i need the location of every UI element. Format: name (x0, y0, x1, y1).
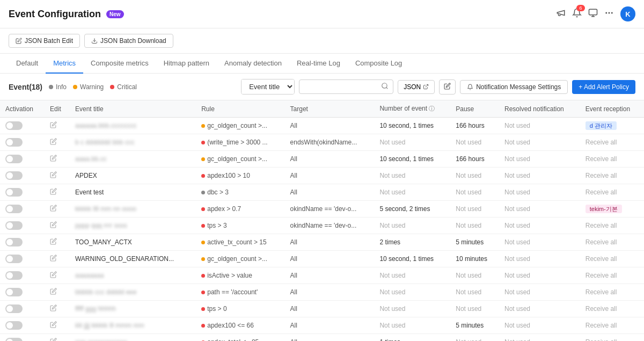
cell-pause: 5 minutes (450, 317, 499, 334)
json-button[interactable]: JSON (398, 80, 435, 94)
tab-metrics[interactable]: Metrics (46, 54, 83, 74)
activation-toggle[interactable] (5, 255, 23, 263)
tab-realtime-log[interactable]: Real-time Log (289, 54, 348, 74)
activation-toggle[interactable] (5, 321, 23, 330)
cell-edit (45, 317, 70, 334)
bell-icon[interactable]: 6 (572, 8, 582, 20)
pause-text: Not used (456, 288, 481, 296)
activation-toggle[interactable] (5, 121, 23, 130)
edit-button[interactable] (50, 305, 57, 313)
cell-pause: Not used (450, 134, 499, 151)
cell-resolved: Not used (499, 301, 580, 317)
edit-button[interactable] (50, 172, 57, 180)
more-icon[interactable] (604, 8, 614, 20)
notification-settings-button[interactable]: Notification Message Settings (460, 80, 568, 94)
cell-activation (0, 317, 45, 334)
col-target: Target (285, 100, 375, 118)
tab-hitmap-pattern[interactable]: Hitmap pattern (156, 54, 217, 74)
resolved-text: Not used (504, 338, 530, 341)
activation-toggle[interactable] (5, 171, 23, 180)
window-icon[interactable] (588, 8, 598, 20)
edit-button[interactable] (50, 188, 57, 197)
activation-toggle[interactable] (5, 271, 23, 280)
num-event-info-icon[interactable]: ⓘ (429, 105, 435, 112)
table-row: bbbbb ccc ddddd eeepath == '/account'All… (0, 284, 644, 301)
rule-text: apdex_total <= 85 (207, 338, 259, 341)
cell-pause: Not used (450, 201, 499, 217)
cell-resolved: Not used (499, 184, 580, 201)
search-icon[interactable] (381, 82, 389, 91)
reception-tag: d 관리자 (586, 121, 617, 130)
col-edit: Edit (45, 100, 70, 118)
header-left: Event Configuration New (9, 9, 124, 20)
cell-resolved: Not used (499, 334, 580, 342)
edit-button[interactable] (50, 288, 57, 296)
col-pause: Pause (450, 100, 499, 118)
num-event-text: Not used (379, 288, 405, 296)
num-event-text: Not used (379, 188, 405, 196)
edit-button[interactable] (50, 205, 57, 213)
json-batch-edit-button[interactable]: JSON Batch Edit (9, 34, 80, 48)
edit-button[interactable] (50, 322, 57, 330)
rule-severity-dot (201, 124, 205, 128)
add-alert-policy-button[interactable]: + Add Alert Policy (572, 80, 635, 94)
cell-edit (45, 168, 70, 184)
rule-text: gc_oldgen_count >... (207, 255, 267, 263)
edit-button[interactable] (50, 139, 57, 147)
activation-toggle[interactable] (5, 221, 23, 230)
search-field-select[interactable]: Event title (241, 79, 294, 94)
json-batch-download-button[interactable]: JSON Batch Download (84, 34, 173, 48)
tab-anomaly-detection[interactable]: Anomaly detection (217, 54, 289, 74)
num-event-text: 10 second, 1 times (379, 122, 434, 129)
rule-severity-dot (201, 324, 205, 328)
cell-rule: active_tx_count > 15 (196, 234, 284, 251)
legend-critical: Critical (110, 83, 137, 91)
edit-button[interactable] (50, 272, 57, 280)
avatar[interactable]: K (620, 6, 635, 21)
cell-target: All (285, 267, 375, 284)
cell-activation (0, 168, 45, 184)
cell-event-title: Event test (70, 184, 196, 201)
activation-toggle[interactable] (5, 304, 23, 313)
edit-button[interactable] (50, 238, 57, 246)
target-text: endsWith(okindName... (290, 139, 357, 146)
num-event-text: Not used (379, 172, 405, 179)
cell-target: All (285, 184, 375, 201)
cell-num-event: 10 second, 1 times (374, 251, 450, 267)
search-input[interactable] (304, 83, 379, 91)
rule-text: apdex > 0.7 (207, 205, 241, 213)
edit-button[interactable] (50, 338, 57, 341)
rule-text: (write_time > 3000 ... (207, 139, 267, 146)
table-row: aaaaaa.bbb.ccccccccgc_oldgen_count >...A… (0, 118, 644, 134)
num-event-text: Not used (379, 272, 405, 279)
cell-target: All (285, 234, 375, 251)
activation-toggle[interactable] (5, 288, 23, 296)
edit-icon-button[interactable] (439, 79, 456, 95)
cell-resolved: Not used (499, 201, 580, 217)
edit-button[interactable] (50, 222, 57, 230)
edit-button[interactable] (50, 155, 57, 163)
resolved-text: Not used (504, 188, 530, 196)
activation-toggle[interactable] (5, 155, 23, 163)
activation-toggle[interactable] (5, 338, 23, 341)
cell-pause: 166 hours (450, 118, 499, 134)
cell-activation (0, 201, 45, 217)
activation-toggle[interactable] (5, 205, 23, 213)
cell-pause: 5 minutes (450, 234, 499, 251)
search-select[interactable]: Event title (241, 79, 295, 95)
activation-toggle[interactable] (5, 238, 23, 246)
tab-composite-metrics[interactable]: Composite metrics (83, 54, 156, 74)
target-text: okindName == 'dev-o... (290, 222, 357, 229)
megaphone-icon[interactable] (556, 8, 566, 20)
activation-toggle[interactable] (5, 138, 23, 147)
cell-edit (45, 284, 70, 301)
header-right: 6 K (556, 6, 635, 21)
edit-button[interactable] (50, 255, 57, 263)
edit-button[interactable] (50, 122, 57, 130)
cell-pause: Not used (450, 334, 499, 342)
tab-default[interactable]: Default (9, 54, 46, 74)
tab-composite-log[interactable]: Composite Log (348, 54, 409, 74)
resolved-text: Not used (504, 272, 530, 279)
cell-num-event: Not used (374, 267, 450, 284)
activation-toggle[interactable] (5, 188, 23, 197)
